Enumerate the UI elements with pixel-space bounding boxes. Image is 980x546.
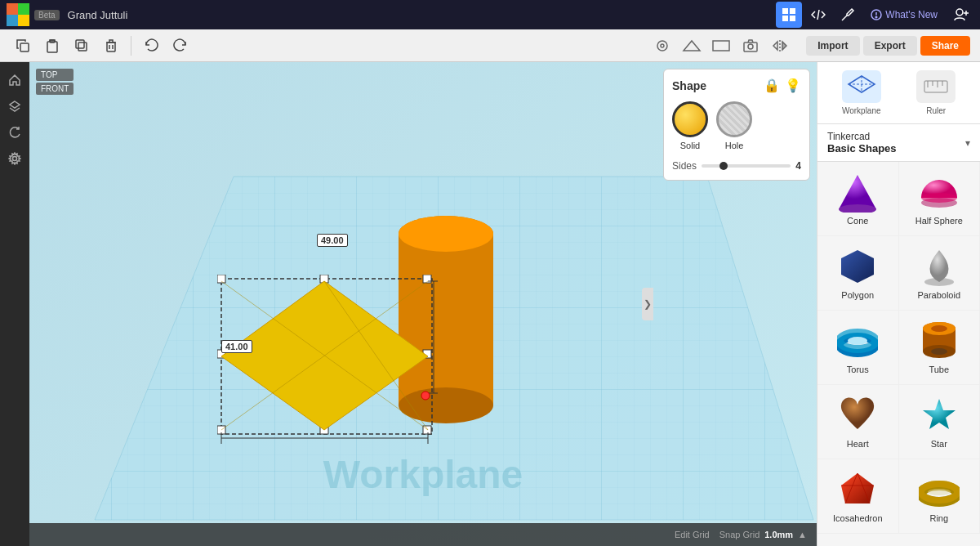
shape-item-star[interactable]: Star xyxy=(899,385,981,459)
shape-item-torus[interactable]: Torus xyxy=(817,311,899,385)
export-button[interactable]: Export xyxy=(863,36,917,56)
rp-section-header: Tinkercad Basic Shapes ▾ xyxy=(817,124,980,162)
pyramid-shape[interactable] xyxy=(217,275,438,454)
top-bar: Beta Grand Juttuli What's New xyxy=(0,0,980,29)
cone-icon xyxy=(833,172,882,213)
delete-button[interactable] xyxy=(98,33,124,59)
hole-circle xyxy=(716,101,752,137)
toolbar-separator-1 xyxy=(131,36,131,56)
svg-rect-17 xyxy=(107,43,115,51)
shape-options: Solid Hole xyxy=(672,101,801,150)
svg-point-9 xyxy=(956,9,963,16)
copy-button[interactable] xyxy=(10,33,36,59)
logo-q3 xyxy=(7,15,18,26)
tube-label: Tube xyxy=(929,365,949,374)
import-button[interactable]: Import xyxy=(806,36,859,56)
viewport-labels: TOP FRONT xyxy=(36,69,74,95)
svg-marker-29 xyxy=(10,101,20,108)
heart-label: Heart xyxy=(847,439,869,449)
shape-panel-icons: 🔒 💡 xyxy=(764,78,801,93)
solid-label: Solid xyxy=(680,141,700,150)
half-sphere-icon xyxy=(915,172,964,213)
tools-button[interactable] xyxy=(835,2,861,28)
sides-slider[interactable] xyxy=(702,164,791,168)
viewport[interactable]: 49.00 41.00 TOP FRONT Workplane Shape 🔒 … xyxy=(29,62,817,546)
shape-item-polygon[interactable]: Polygon xyxy=(817,236,899,311)
svg-marker-28 xyxy=(782,42,786,50)
camera-button[interactable] xyxy=(737,33,764,59)
svg-marker-23 xyxy=(713,41,729,51)
duplicate-button[interactable] xyxy=(69,33,95,59)
shape-item-tube[interactable]: Tube xyxy=(899,311,981,385)
info-icon[interactable]: 💡 xyxy=(785,78,801,93)
shape-item-heart[interactable]: Heart xyxy=(817,385,899,459)
front-label: FRONT xyxy=(36,83,74,95)
logo-q1 xyxy=(7,3,18,15)
left-sidebar xyxy=(0,62,29,546)
shapes-grid: Cone Half Sphere xyxy=(817,162,980,534)
ring-icon xyxy=(915,469,964,510)
mirror-button[interactable] xyxy=(767,33,793,59)
star-label: Star xyxy=(931,439,947,449)
svg-point-57 xyxy=(421,392,430,400)
lock-icon[interactable]: 🔒 xyxy=(764,78,780,93)
sidebar-settings-button[interactable] xyxy=(3,147,26,170)
shape-panel-header: Shape 🔒 💡 xyxy=(672,78,801,93)
snap-grid-arrow: ▲ xyxy=(798,530,807,539)
shape-item-ring[interactable]: Ring xyxy=(899,459,981,534)
shape-item-icosahedron[interactable]: Icosahedron xyxy=(817,459,899,534)
undo-button[interactable] xyxy=(138,33,164,59)
grid-view-button[interactable] xyxy=(776,2,802,28)
icosahedron-label: Icosahedron xyxy=(833,513,883,523)
svg-marker-83 xyxy=(841,473,874,503)
whats-new-button[interactable]: What's New xyxy=(864,6,944,24)
share-button[interactable]: Share xyxy=(920,36,970,56)
sidebar-layers-button[interactable] xyxy=(3,95,26,118)
add-user-button[interactable] xyxy=(947,2,973,28)
svg-line-4 xyxy=(817,10,819,20)
ring-label: Ring xyxy=(929,513,948,523)
basic-shapes-label: Basic Shapes xyxy=(827,142,897,154)
svg-point-89 xyxy=(928,489,951,495)
workplane-tool[interactable]: Workplane xyxy=(842,70,881,115)
heart-icon xyxy=(833,395,882,436)
svg-marker-82 xyxy=(923,399,956,429)
section-collapse-icon[interactable]: ▾ xyxy=(965,137,970,149)
sidebar-rotate-button[interactable] xyxy=(3,121,26,144)
paste-button[interactable] xyxy=(39,33,65,59)
panel-collapse-button[interactable]: ❯ xyxy=(642,288,653,320)
svg-line-5 xyxy=(842,16,847,20)
shape-item-cone[interactable]: Cone xyxy=(817,162,899,236)
svg-rect-15 xyxy=(78,43,87,51)
rp-tools: Workplane Ruler xyxy=(817,62,980,124)
svg-marker-66 xyxy=(839,175,876,209)
top-view-button[interactable] xyxy=(679,33,705,59)
front-view-button[interactable] xyxy=(708,33,734,59)
star-icon xyxy=(915,395,964,436)
svg-rect-12 xyxy=(20,43,29,51)
logo-area: Beta Grand Juttuli xyxy=(7,3,127,26)
right-panel: Workplane Ruler Tinkercad B xyxy=(817,62,980,546)
hole-option[interactable]: Hole xyxy=(716,101,752,150)
svg-point-71 xyxy=(924,278,954,286)
home-view-button[interactable] xyxy=(649,33,675,59)
solid-option[interactable]: Solid xyxy=(672,101,708,150)
redo-button[interactable] xyxy=(167,33,194,59)
project-name[interactable]: Grand Juttuli xyxy=(68,9,128,21)
edit-grid-button[interactable]: Edit Grid xyxy=(675,530,710,539)
paraboloid-icon xyxy=(915,246,964,287)
shape-item-half-sphere[interactable]: Half Sphere xyxy=(899,162,981,236)
cone-label: Cone xyxy=(847,216,868,226)
polygon-icon xyxy=(833,246,882,287)
measure-41: 41.00 xyxy=(221,340,252,353)
toolbar: Import Export Share xyxy=(0,29,980,62)
svg-marker-70 xyxy=(841,250,874,283)
sidebar-home-button[interactable] xyxy=(3,69,26,92)
ruler-tool[interactable]: Ruler xyxy=(916,70,956,115)
shape-item-paraboloid[interactable]: Paraboloid xyxy=(899,236,981,311)
svg-marker-22 xyxy=(684,41,700,51)
paraboloid-label: Paraboloid xyxy=(917,290,960,300)
sides-label: Sides xyxy=(672,160,697,172)
snap-grid-value[interactable]: 1.0mm xyxy=(764,530,793,539)
code-view-button[interactable] xyxy=(805,2,831,28)
